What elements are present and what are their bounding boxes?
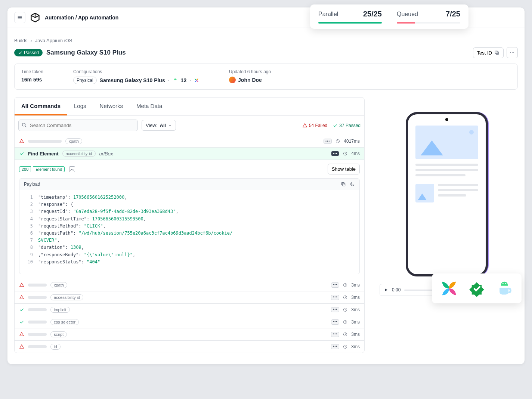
clock-icon xyxy=(343,332,347,337)
copy-icon[interactable] xyxy=(341,182,346,187)
svg-point-5 xyxy=(174,79,174,80)
tab-all-commands[interactable]: All Commands xyxy=(15,98,67,115)
tech-card xyxy=(432,273,522,303)
selector-tag: script xyxy=(50,331,67,337)
row-more-button[interactable]: ••• xyxy=(331,307,339,312)
payload-code: 1"timestamp": 1705665601625252000,2 "res… xyxy=(19,190,359,274)
passed-count: 37 Passed xyxy=(332,123,361,128)
stat-queued-bar xyxy=(397,22,415,24)
svg-point-2 xyxy=(510,52,511,53)
check-icon xyxy=(332,123,338,128)
row-time: 3ms xyxy=(351,344,360,349)
show-table-button[interactable]: Show table xyxy=(328,164,360,174)
command-label: Find Element xyxy=(28,151,59,157)
row-more-button[interactable]: ••• xyxy=(324,139,332,144)
physical-chip: Physical xyxy=(73,77,97,84)
device-frame xyxy=(406,112,488,276)
moon-icon[interactable] xyxy=(350,182,355,187)
failed-count: 54 Failed xyxy=(302,123,327,128)
check-icon xyxy=(19,319,24,325)
status-code: 200 xyxy=(19,166,31,172)
row-time: 4017ms xyxy=(344,139,360,144)
selector-tag: id xyxy=(50,344,61,350)
svg-point-6 xyxy=(176,79,176,80)
payload-box: Payload 1"timestamp": 170566560162525200… xyxy=(19,178,360,274)
warning-icon xyxy=(302,123,307,128)
clock-icon xyxy=(343,344,347,349)
chevron-right-icon: › xyxy=(30,38,32,43)
command-row[interactable]: id •••3ms xyxy=(15,340,364,353)
selector-tag: xpath xyxy=(65,138,82,144)
stat-queued-label: Queued xyxy=(397,11,418,18)
row-time: 3ms xyxy=(351,295,360,300)
pinwheel-icon xyxy=(194,78,199,83)
command-row[interactable]: implicit •••3ms xyxy=(15,303,364,316)
svg-point-23 xyxy=(502,283,504,284)
camera-dot xyxy=(445,118,448,121)
clock-icon xyxy=(343,151,347,156)
user-name: John Doe xyxy=(238,77,262,83)
selector-tag: css selector xyxy=(50,319,79,325)
stat-parallel-label: Parallel xyxy=(318,11,338,18)
test-id-label: Test ID xyxy=(477,50,492,56)
command-row[interactable]: script •••3ms xyxy=(15,328,364,340)
updated-label: Updated 6 hours ago xyxy=(229,69,271,74)
svg-rect-11 xyxy=(341,182,344,185)
row-more-button[interactable]: ••• xyxy=(331,332,339,337)
placeholder-image xyxy=(415,126,478,159)
time-taken-label: Time taken xyxy=(21,69,43,74)
row-more-button[interactable]: ••• xyxy=(331,151,339,156)
redacted-text xyxy=(28,333,47,336)
device-screen xyxy=(408,114,486,214)
search-icon xyxy=(21,122,27,128)
chevron-down-icon xyxy=(168,124,172,127)
redacted-text xyxy=(28,296,47,299)
device-name: Samsung Galaxy S10 Plus xyxy=(100,77,165,83)
row-more-button[interactable]: ••• xyxy=(331,282,339,288)
row-more-button[interactable]: ••• xyxy=(331,344,339,349)
selector-tag: xpath xyxy=(50,282,67,288)
view-dropdown[interactable]: View: All xyxy=(142,120,176,131)
configurations-label: Configurations xyxy=(73,69,199,74)
search-input[interactable] xyxy=(18,120,138,131)
selector-tag: implicit xyxy=(50,307,70,313)
check-icon xyxy=(19,151,24,156)
expanded-header: 200 Element found Show table xyxy=(15,160,364,178)
more-button[interactable] xyxy=(507,47,518,58)
image-icon[interactable] xyxy=(69,166,75,172)
menu-button[interactable] xyxy=(14,12,25,23)
stat-queued-value: 7/25 xyxy=(446,10,460,18)
breadcrumb-root[interactable]: Builds xyxy=(14,38,27,43)
redacted-text xyxy=(28,284,47,287)
breadcrumb-current: Java Appium iOS xyxy=(35,38,72,43)
clock-icon xyxy=(343,295,347,300)
command-row[interactable]: css selector •••3ms xyxy=(15,316,364,328)
tab-metadata[interactable]: Meta Data xyxy=(130,98,169,115)
warning-icon xyxy=(19,139,24,144)
selector-tag: accessibility-id xyxy=(62,151,96,157)
command-row[interactable]: xpath ••• 4017ms xyxy=(15,135,364,147)
play-icon[interactable] xyxy=(384,288,388,292)
row-more-button[interactable]: ••• xyxy=(331,295,339,300)
pinwheel-icon xyxy=(441,280,457,297)
warning-icon xyxy=(19,344,24,349)
svg-point-7 xyxy=(22,123,25,126)
command-row[interactable]: xpath •••3ms xyxy=(15,279,364,291)
command-row-selected[interactable]: Find Element accessibility-id urlBox •••… xyxy=(15,147,364,160)
view-value: All xyxy=(160,123,166,128)
tab-logs[interactable]: Logs xyxy=(67,98,93,115)
redacted-text xyxy=(28,140,62,143)
row-more-button[interactable]: ••• xyxy=(331,319,339,325)
redacted-text xyxy=(28,308,47,311)
row-time: 4ms xyxy=(351,151,360,156)
copy-icon xyxy=(494,50,499,55)
row-time: 3ms xyxy=(351,307,360,312)
svg-rect-1 xyxy=(495,51,498,53)
test-id-button[interactable]: Test ID xyxy=(473,47,504,58)
android-icon xyxy=(173,78,178,83)
clock-icon xyxy=(343,307,347,312)
command-row[interactable]: accessibility id •••3ms xyxy=(15,291,364,303)
tab-networks[interactable]: Networks xyxy=(93,98,130,115)
tabs: All Commands Logs Networks Meta Data xyxy=(15,98,364,116)
clock-icon xyxy=(343,283,347,287)
